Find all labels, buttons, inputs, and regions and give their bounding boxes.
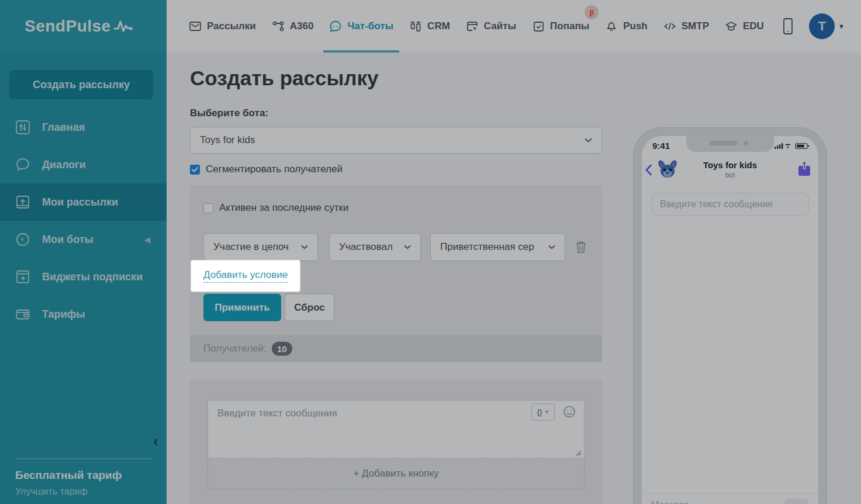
top-navigation: Рассылки A360 Чат-боты CRM Сайты Попапы … [167,0,861,53]
phone-send-area [784,499,809,504]
tab-websites[interactable]: Сайты [466,0,516,53]
sidebar-item-pricing[interactable]: Тарифы [0,296,167,333]
mobile-app-icon[interactable] [782,18,794,35]
kanban-icon [409,20,422,33]
bot-select-value: Toys for kids [200,134,255,146]
message-textarea[interactable]: Введите текст сообщения {} ▼ [208,400,585,458]
phone-message-input: Введите текст сообщения [651,193,809,216]
segment-recipients-checkbox[interactable]: Сегментировать получателей [190,164,343,175]
segmentation-panel: Активен за последние сутки Участие в цеп… [190,185,602,362]
pulse-icon [113,19,133,33]
submenu-collapse-icon[interactable]: ◀ [144,235,150,244]
bot-icon [15,232,30,247]
create-broadcast-button[interactable]: Создать рассылку [9,70,153,99]
sidebar-nav: Главная Диалоги Мои рассылки Мои боты ◀ [0,109,167,333]
condition-type-select[interactable]: Участие в цепоч [203,233,318,261]
chevron-down-icon: ▼ [838,23,845,30]
avatar[interactable]: T [809,13,835,39]
speaker-slot [710,141,738,145]
sliders-icon [15,120,30,135]
condition-operator-select[interactable]: Участвовал [329,233,421,261]
tab-a360[interactable]: A360 [272,0,314,53]
wallet-icon [15,307,30,322]
plan-divider [15,458,151,459]
phone-bottom-placeholder: Message [651,500,689,504]
insert-variable-button[interactable]: {} ▼ [531,404,555,420]
chatbot-face-icon [329,20,342,33]
envelope-icon [189,20,202,33]
beta-badge: β [585,5,599,19]
share-icon[interactable] [797,160,811,176]
phone-bot-name: Toys for kids [642,160,818,170]
tab-broadcasts[interactable]: Рассылки [189,0,256,53]
checkbox-checked-icon[interactable] [190,165,200,175]
popup-check-icon [532,20,545,33]
sidebar-item-my-broadcasts[interactable]: Мои рассылки [0,183,167,221]
tab-smtp[interactable]: SMTP [663,0,709,53]
chevron-down-icon [585,138,592,142]
phone-screen: 9:41 [642,136,818,504]
add-condition-spotlight: Добавить условие [191,260,300,291]
chevron-down-icon [404,245,411,249]
bell-icon [605,20,618,33]
sidebar: SendPulse Создать рассылку Главная Диало… [0,0,167,504]
broadcast-upload-icon [15,194,30,210]
add-condition-link[interactable]: Добавить условие [203,269,288,283]
logo-text: SendPulse [25,17,111,36]
phone-bottom-bar: Message [642,493,818,504]
tab-chatbots[interactable]: Чат-боты [329,0,393,53]
sidebar-item-dialogs[interactable]: Диалоги [0,146,167,183]
chat-bubble-icon [15,157,30,172]
tab-popups[interactable]: Попапы β [532,0,589,53]
sidebar-item-subscription-widgets[interactable]: Виджеты подписки [0,258,167,296]
resize-handle-icon[interactable] [576,450,582,456]
upgrade-plan-link[interactable]: Улучшить тариф [15,486,88,497]
recipients-count-badge: 10 [272,342,292,356]
sendpulse-logo[interactable]: SendPulse [0,0,167,53]
code-icon [663,20,676,33]
recipients-footer: Получателей: 10 [190,335,602,362]
browser-cursor-icon [466,20,479,33]
sidebar-item-my-bots[interactable]: Мои боты ◀ [0,221,167,258]
tab-edu[interactable]: EDU [725,0,764,53]
phone-notch [686,136,774,152]
apply-button[interactable]: Применить [203,294,281,321]
message-composer-panel: Введите текст сообщения {} ▼ + Добавить … [190,380,602,504]
bot-select-label: Выберите бота: [190,107,268,119]
add-keyboard-button[interactable]: + Добавить кнопку [208,458,585,489]
chevron-down-icon [301,245,308,249]
checkbox-unchecked-icon[interactable] [203,203,213,213]
recipients-label: Получателей: [203,343,267,354]
reset-button[interactable]: Сброс [285,294,334,321]
chevron-down-icon [548,245,555,249]
condition-value-select[interactable]: Приветственная сер [430,233,565,261]
account-menu[interactable]: T ▼ [809,13,845,39]
emoji-picker-icon[interactable] [563,405,576,418]
phone-status-icons [774,142,811,150]
automation-branch-icon [272,20,285,33]
phone-bot-subtitle: bot [642,171,818,179]
page-title: Создать рассылку [190,67,379,90]
phone-message-placeholder: Введите текст сообщения [660,199,773,210]
widget-plus-icon [15,269,30,284]
phone-preview: 9:41 [633,127,827,504]
bot-select[interactable]: Toys for kids [190,127,602,154]
sidebar-item-home[interactable]: Главная [0,109,167,146]
camera-dot [744,141,748,145]
delete-condition-icon[interactable] [575,240,587,254]
graduation-cap-icon [725,20,738,33]
tab-crm[interactable]: CRM [409,0,450,53]
plan-name: Бесплатный тариф [15,469,122,482]
sidebar-collapse-icon[interactable]: ‹ [153,432,158,450]
tab-push[interactable]: Push [605,0,648,53]
chevron-down-icon: ▼ [544,409,549,415]
message-placeholder: Введите текст сообщения [217,408,337,419]
phone-time: 9:41 [652,141,670,151]
active-last-day-checkbox[interactable]: Активен за последние сутки [203,202,349,214]
